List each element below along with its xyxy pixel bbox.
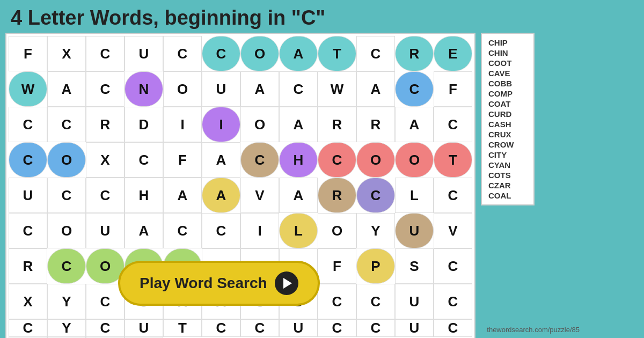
cell-7-1: U <box>125 319 163 337</box>
cell-2-9: O <box>47 142 86 178</box>
cell-2-7: C <box>434 107 472 142</box>
cell-7-6: C <box>318 319 356 337</box>
cell-0-2: C <box>86 36 125 71</box>
cell-0-11: E <box>434 36 472 71</box>
cell-3-3: O <box>356 142 395 178</box>
cell-0-8: T <box>318 36 356 71</box>
cell-4-13: Y <box>356 213 395 248</box>
cell-4-9: C <box>202 213 240 248</box>
word-COOT: COOT <box>488 58 527 68</box>
play-icon <box>275 271 298 295</box>
cell-4-8: C <box>163 213 202 248</box>
cell-6-0: X <box>9 284 47 319</box>
cell-3-2: C <box>318 142 356 178</box>
cell-6-11: C <box>434 284 472 319</box>
cell-0-4: C <box>163 36 202 71</box>
word-CAVE: CAVE <box>488 69 527 78</box>
cell-7-8: U <box>395 319 434 337</box>
cell-4-4: C <box>9 213 47 248</box>
cell-1-6: W <box>318 71 356 107</box>
cell-4-11: L <box>279 213 318 248</box>
cell-3-8: C <box>86 178 125 213</box>
cell-1-12: R <box>86 107 125 142</box>
cell-3-10: A <box>163 178 202 213</box>
cell-1-11: C <box>47 107 86 142</box>
cell-0-7: A <box>279 36 318 71</box>
cell-0-13: A <box>47 71 86 107</box>
cell-6-12: C <box>9 319 47 337</box>
cell-2-8: C <box>9 142 47 178</box>
cell-1-10: C <box>9 107 47 142</box>
cell-7-9: C <box>434 319 472 337</box>
cell-2-5: R <box>356 107 395 142</box>
cell-4-12: O <box>318 213 356 248</box>
word-COTS: COTS <box>488 171 527 180</box>
cell-6-13: Y <box>47 319 86 337</box>
footer-text: thewordsearch.com/puzzle/85 <box>487 326 580 334</box>
cell-4-3: C <box>434 178 472 213</box>
cell-6-8: C <box>318 284 356 319</box>
cell-3-13: A <box>279 178 318 213</box>
cell-1-1: N <box>125 71 163 107</box>
cell-1-2: O <box>163 71 202 107</box>
cell-2-11: C <box>125 142 163 178</box>
cell-4-10: I <box>240 213 279 248</box>
cell-3-7: C <box>47 178 86 213</box>
cell-0-9: C <box>356 36 395 71</box>
cell-1-4: A <box>240 71 279 107</box>
cell-6-1: Y <box>47 284 86 319</box>
cell-7-5: U <box>279 319 318 337</box>
word-COMP: COMP <box>488 89 527 98</box>
word-CASH: CASH <box>488 120 527 129</box>
cell-0-10: R <box>395 36 434 71</box>
cell-5-3: C <box>47 248 86 284</box>
cell-1-13: D <box>125 107 163 142</box>
word-COAL: COAL <box>488 191 527 200</box>
cell-5-10: F <box>318 248 356 284</box>
word-COBB: COBB <box>488 79 527 88</box>
cell-3-12: V <box>240 178 279 213</box>
page-title: 4 Letter Words, beginning in "C" <box>0 0 644 33</box>
play-button-label: Play Word Search <box>140 275 267 292</box>
cell-2-3: A <box>279 107 318 142</box>
cell-6-9: C <box>356 284 395 319</box>
cell-5-2: R <box>9 248 47 284</box>
cell-5-12: S <box>395 248 434 284</box>
cell-6-10: U <box>395 284 434 319</box>
play-button[interactable]: Play Word Search <box>118 261 320 306</box>
cell-2-12: F <box>163 142 202 178</box>
word-CZAR: CZAR <box>488 181 527 190</box>
word-CYAN: CYAN <box>488 160 527 170</box>
word-COAT: COAT <box>488 99 527 108</box>
cell-7-2: T <box>163 319 202 337</box>
main-area: F X C U C C O A T C R E W A C N O U A C … <box>0 33 644 338</box>
cell-3-9: H <box>125 178 163 213</box>
cell-0-6: O <box>240 36 279 71</box>
cell-2-2: O <box>240 107 279 142</box>
cell-4-7: A <box>125 213 163 248</box>
cell-1-8: C <box>395 71 434 107</box>
cell-1-5: C <box>279 71 318 107</box>
cell-5-13: C <box>434 248 472 284</box>
cell-3-11: A <box>202 178 240 213</box>
cell-2-1: I <box>202 107 240 142</box>
cell-3-4: O <box>395 142 434 178</box>
word-CITY: CITY <box>488 150 527 159</box>
cell-2-13: A <box>202 142 240 178</box>
cell-3-1: H <box>279 142 318 178</box>
cell-0-5: C <box>202 36 240 71</box>
cell-1-3: U <box>202 71 240 107</box>
cell-5-1: V <box>434 213 472 248</box>
cell-7-0: C <box>86 319 125 337</box>
word-CURD: CURD <box>488 109 527 119</box>
cell-0-1: X <box>47 36 86 71</box>
cell-2-10: X <box>86 142 125 178</box>
word-CHIP: CHIP <box>488 38 527 47</box>
cell-0-0: F <box>9 36 47 71</box>
cell-4-0: R <box>318 178 356 213</box>
cell-5-0: U <box>395 213 434 248</box>
cell-4-5: O <box>47 213 86 248</box>
cell-7-3: C <box>202 319 240 337</box>
cell-1-0: C <box>86 71 125 107</box>
word-CROW: CROW <box>488 140 527 149</box>
